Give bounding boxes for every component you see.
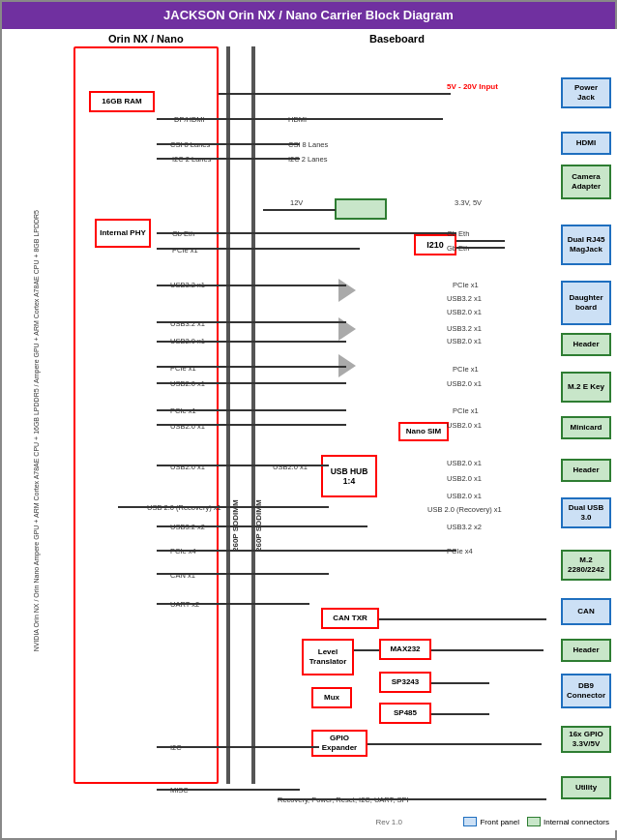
sodimm-label-2: 260P SODIMM [254,397,263,552]
sig-misc: MISC [170,786,189,795]
line-hdmi [157,118,443,120]
m2-ekey-block: M.2 E Key [561,372,611,403]
line-i2c-bottom [157,746,319,748]
line-i2c-top [157,158,300,160]
legend-front-panel: Front panel [463,817,518,826]
utility-block: Utility [561,776,611,799]
line-connector [263,209,336,211]
line-pcie-x4 [157,550,456,552]
line-usb-recovery [118,506,329,508]
header3-block: Header [561,639,611,662]
level-translator-block: Level Translator [302,639,354,675]
legend: Front panel Internal connectors [463,817,609,826]
sig-uart-x2: UART x2 [170,600,199,609]
line-recovery-bottom [278,798,546,800]
sig-recovery: Recovery, Power, Reset, I2C, UART, SPI [278,795,409,804]
sig-csi8: CSI 8 Lanes [170,140,210,149]
line-usb20-4 [157,465,329,466]
line-lt-max [354,649,379,651]
legend-internal-connectors: Internal connectors [527,817,609,826]
legend-box-green [527,817,541,826]
line-max-rs232 [431,649,544,651]
sig-dp-hdmi: DP/HDMI [174,115,205,124]
sig-gb-eth-bs2: Gb Eth [447,244,469,253]
daughter-board-block: Daughter board [561,281,611,325]
max232-block: MAX232 [379,639,431,660]
nano-sim-block: Nano SIM [398,422,449,441]
baseboard-section-label: Baseboard [369,33,425,45]
gpio-16x-block: 16x GPIO 3.3V/5V [561,726,611,753]
line-pcie1 [157,248,360,250]
power-input-label: 5V - 20V Input [447,82,498,91]
internal-phy-block: Internal PHY [95,219,151,248]
line-sp3243 [431,682,489,684]
dual-usb3-block: Dual USB 3.0 [561,497,611,528]
sig-usb20-bs1: USB2.0 x1 [447,308,482,316]
sig-usb20-bs6: USB2.0 x1 [447,492,482,500]
cpu-vertical-label: NVIDIA Orin NX / Orin Nano Ampere GPU + … [4,68,70,794]
ram-block: 16GB RAM [89,91,155,112]
m2-2280-block: M.2 2280/2242 [561,550,611,581]
sig-i2c2: I2C 2 Lanes [172,155,211,164]
header2-block: Header [561,459,611,482]
legend-box-blue [463,817,477,826]
line-misc [157,789,300,791]
line-csi [157,143,300,145]
sp3243-block: SP3243 [379,672,431,693]
sodimm-label-1: 260P SODIMM [231,397,240,552]
orin-section-label: Orin NX / Nano [108,33,184,45]
sig-pcie-bs3: PCIe x1 [453,406,479,415]
sig-v12: 12V [290,198,303,207]
dual-rj45-block: Dual RJ45 MagJack [561,225,611,265]
content-area: Orin NX / Nano Baseboard NVIDIA Orin NX … [2,29,617,830]
line-gpio [367,743,542,745]
line-gbeth [157,232,456,234]
power-jack-block: Power Jack [561,77,611,108]
line-i210-right2 [456,247,505,249]
sig-usb32-x2: USB3.2 x2 [170,523,205,531]
line-power [219,93,451,95]
sig-v33-5: 3.3V, 5V [455,198,482,207]
header1-block: Header [561,333,611,356]
line-can [157,573,329,575]
can-txr-block: CAN TXR [321,608,379,629]
sig-usb20-bs2b: USB2.0 x1 [447,379,482,388]
can-block: CAN [561,598,611,625]
sig-hdmi-bs: HDMI [288,115,307,124]
db9-block: DB9 Connector [561,674,611,708]
sig-pcie-x1-3: PCIe x1 [170,406,196,415]
sig-usb32-bs2: USB3.2 x1 [447,324,482,333]
sig-gb-eth1: Gb Eth [172,229,194,238]
connector-block [335,198,387,220]
sig-i2c2-bs: I2C 2 Lanes [288,155,327,164]
line-can-txr [379,618,546,620]
line-usb20-3 [157,424,346,426]
line-usb20-1 [157,341,346,343]
minicard-block: Minicard [561,416,611,439]
gpio-expander-block: GPIO Expander [311,730,367,757]
sig-pcie-bs1: PCIe x1 [453,281,479,289]
sig-gb-eth-bs1: Gb Eth [447,229,469,238]
page-header: JACKSON Orin NX / Nano Carrier Block Dia… [2,2,615,29]
sig-usb20-recovery: USB 2.0 (Recovery) x1 [147,503,221,512]
line-uart [157,603,309,605]
hdmi-block: HDMI [561,132,611,155]
sig-usb20-bs5: USB2.0 x1 [447,474,482,483]
sig-usb32-bs: USB3.2 x2 [447,523,482,531]
mux-block: Mux [311,687,352,708]
page-title: JACKSON Orin NX / Nano Carrier Block Dia… [163,8,454,22]
page: JACKSON Orin NX / Nano Carrier Block Dia… [0,0,617,840]
buffer1 [338,279,356,302]
line-i210-right [456,240,505,242]
sig-usb20-recovery-bs: USB 2.0 (Recovery) x1 [427,505,502,514]
sig-csi8-bs: CSI 8 Lanes [288,140,328,149]
line-sp485 [431,713,489,715]
camera-adapter-block: Camera Adapter [561,165,611,199]
line-usb32-2 [157,321,346,323]
sig-usb20-2: USB2.0 x1 [170,379,205,388]
line-pcie3 [157,409,346,411]
line-pcie2 [157,366,346,368]
sp485-block: SP485 [379,703,431,724]
revision-label: Rev 1.0 [375,818,402,826]
line-usb20-2 [157,382,346,384]
